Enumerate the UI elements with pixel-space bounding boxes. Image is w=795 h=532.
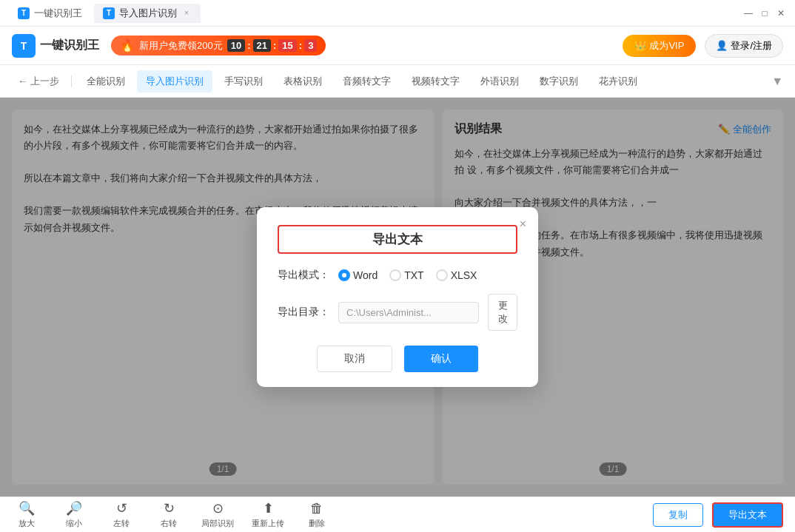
login-button[interactable]: 👤 登录/注册 — [705, 34, 783, 58]
nav-divider — [71, 75, 72, 87]
tool-rotate-left[interactable]: ↺ 左转 — [107, 500, 136, 529]
tool-partial-recognize[interactable]: ⊙ 局部识别 — [201, 500, 234, 529]
rotate-left-label: 左转 — [113, 518, 130, 529]
format-txt[interactable]: TXT — [389, 269, 423, 281]
export-button[interactable]: 导出文本 — [712, 502, 783, 528]
dialog-title-area: 导出文本 — [278, 225, 517, 254]
vip-button[interactable]: 👑 成为VIP — [623, 35, 696, 57]
nav-more-icon[interactable]: ▼ — [771, 75, 783, 88]
rotate-left-icon: ↺ — [116, 500, 127, 516]
vip-label: 成为VIP — [649, 39, 684, 53]
partial-recognize-label: 局部识别 — [201, 518, 234, 529]
countdown: 10 : 21 : 15 : 3 — [227, 39, 318, 52]
back-button[interactable]: ← 上一步 — [12, 72, 65, 91]
nav-item-handwrite[interactable]: 手写识别 — [215, 70, 272, 92]
brand-logo: T 一键识别王 — [12, 34, 99, 58]
rotate-right-label: 右转 — [161, 518, 177, 529]
partial-recognize-icon: ⊙ — [212, 500, 224, 516]
format-xlsx[interactable]: XLSX — [436, 269, 477, 281]
txt-radio-icon — [389, 269, 401, 281]
tool-zoom-in[interactable]: 🔍 放大 — [12, 500, 41, 529]
bottom-toolbar: 🔍 放大 🔎 缩小 ↺ 左转 ↻ 右转 ⊙ 局部识别 ⬆ 重新上传 🗑 删除 复… — [0, 496, 795, 532]
count-hours: 10 — [227, 39, 245, 52]
close-icon[interactable]: ✕ — [776, 8, 786, 18]
tool-delete[interactable]: 🗑 删除 — [302, 501, 332, 529]
word-radio-icon — [338, 269, 350, 281]
title-bar-tabs: T 一键识别王 T 导入图片识别 × — [9, 4, 201, 23]
nav-item-number[interactable]: 数字识别 — [531, 70, 587, 92]
maximize-icon[interactable]: □ — [759, 8, 770, 18]
dir-label: 导出目录： — [278, 306, 329, 319]
tab-home[interactable]: T 一键识别王 — [9, 4, 91, 23]
window-controls: — □ ✕ — [743, 8, 786, 18]
count-minutes: 21 — [253, 39, 271, 52]
toolbar-right: 复制 导出文本 — [653, 502, 783, 528]
tab-home-label: 一键识别王 — [34, 7, 82, 20]
dir-change-button[interactable]: 更改 — [488, 294, 517, 331]
rotate-right-icon: ↻ — [164, 500, 175, 516]
nav-item-video[interactable]: 视频转文字 — [403, 70, 469, 92]
brand-icon: T — [12, 34, 36, 58]
user-icon: 👤 — [716, 40, 728, 51]
xlsx-radio-icon — [436, 269, 448, 281]
tab-import-label: 导入图片识别 — [119, 7, 177, 20]
copy-button[interactable]: 复制 — [653, 503, 703, 527]
back-arrow-icon: ← — [18, 75, 27, 87]
dir-input[interactable] — [338, 302, 479, 323]
format-label: 导出模式： — [278, 269, 329, 282]
format-row: 导出模式： Word TXT XLSX — [278, 269, 517, 282]
dialog-buttons: 取消 确认 — [278, 346, 517, 372]
confirm-button[interactable]: 确认 — [404, 346, 478, 372]
header: T 一键识别王 🔥 新用户免费领200元 10 : 21 : 15 : 3 👑 … — [0, 27, 795, 65]
dir-row: 导出目录： 更改 — [278, 294, 517, 331]
count-ms: 3 — [304, 39, 317, 52]
dialog-overlay: 导出文本 × 导出模式： Word TXT XLS — [0, 98, 795, 496]
reupload-label: 重新上传 — [252, 518, 284, 529]
word-label: Word — [353, 269, 378, 281]
format-word[interactable]: Word — [338, 269, 378, 281]
zoom-out-label: 缩小 — [66, 518, 82, 529]
format-radio-group: Word TXT XLSX — [338, 269, 477, 281]
app-logo-icon-2: T — [103, 7, 115, 19]
tool-rotate-right[interactable]: ↻ 右转 — [154, 500, 184, 529]
brand-name: 一键识别王 — [40, 38, 99, 53]
nav-item-table[interactable]: 表格识别 — [275, 70, 331, 92]
header-right: 👑 成为VIP 👤 登录/注册 — [623, 34, 783, 58]
fire-icon: 🔥 — [120, 38, 135, 53]
zoom-in-label: 放大 — [19, 518, 35, 529]
cancel-button[interactable]: 取消 — [317, 346, 392, 372]
title-bar: T 一键识别王 T 导入图片识别 × — □ ✕ — [0, 0, 795, 27]
delete-label: 删除 — [309, 518, 325, 529]
tool-reupload[interactable]: ⬆ 重新上传 — [252, 500, 284, 529]
zoom-out-icon: 🔎 — [66, 500, 82, 516]
nav-item-import[interactable]: 导入图片识别 — [137, 70, 212, 92]
count-seconds: 15 — [278, 39, 296, 52]
export-dialog: 导出文本 × 导出模式： Word TXT XLS — [257, 207, 538, 387]
nav-item-audio[interactable]: 音频转文字 — [334, 70, 400, 92]
back-label: 上一步 — [30, 75, 59, 88]
login-label: 登录/注册 — [731, 39, 772, 53]
delete-icon: 🗑 — [310, 501, 323, 516]
tab-close-icon[interactable]: × — [181, 8, 192, 18]
minimize-icon[interactable]: — — [743, 8, 754, 18]
xlsx-label: XLSX — [451, 269, 477, 281]
nav-item-all[interactable]: 全能识别 — [78, 70, 134, 92]
reupload-icon: ⬆ — [263, 500, 274, 516]
nav-bar: ← 上一步 全能识别 导入图片识别 手写识别 表格识别 音频转文字 视频转文字 … — [0, 65, 795, 98]
zoom-in-icon: 🔍 — [19, 500, 35, 516]
promo-text: 新用户免费领200元 — [139, 39, 223, 53]
crown-icon: 👑 — [634, 40, 646, 51]
dialog-close-icon[interactable]: × — [520, 218, 526, 231]
app-logo-icon: T — [18, 7, 30, 19]
txt-label: TXT — [404, 269, 423, 281]
promo-banner[interactable]: 🔥 新用户免费领200元 10 : 21 : 15 : 3 — [111, 36, 326, 55]
tab-import[interactable]: T 导入图片识别 × — [94, 4, 201, 23]
nav-item-foreign[interactable]: 外语识别 — [472, 70, 528, 92]
main-content: 如今，在社交媒体上分享视频已经成为一种流行的趋势，大家都开始通过拍如果你拍摄了很… — [0, 98, 795, 496]
tool-zoom-out[interactable]: 🔎 缩小 — [59, 500, 89, 529]
dialog-title: 导出文本 — [372, 232, 423, 246]
nav-item-flower[interactable]: 花卉识别 — [590, 70, 646, 92]
